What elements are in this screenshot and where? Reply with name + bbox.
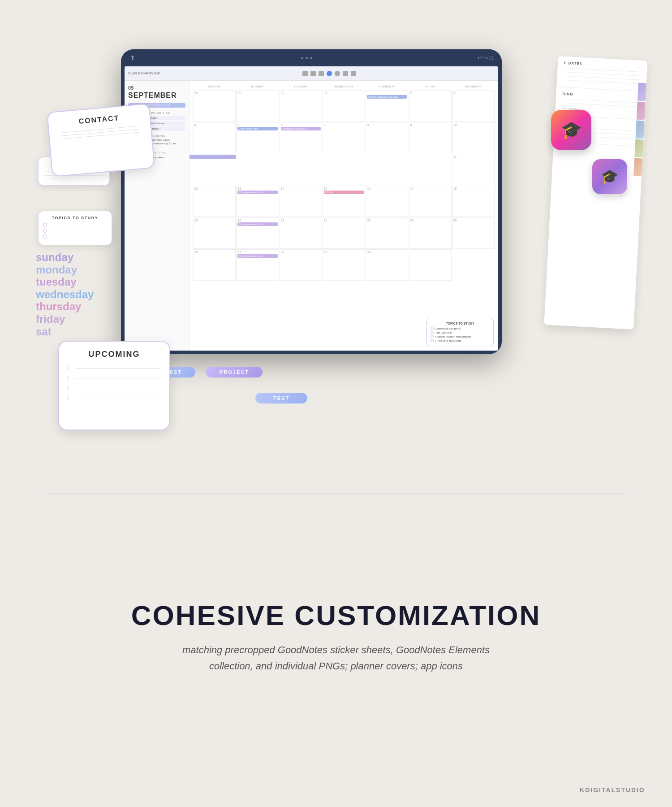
tab-4 [634, 139, 643, 157]
cal-cell: 12 [193, 186, 236, 217]
topics-check-1 [43, 223, 107, 227]
topics-check-3 [43, 234, 107, 239]
cal-cell: 24 [409, 217, 451, 249]
toolbar-icon-4 [327, 71, 332, 76]
share-icon: ⬆ [130, 54, 135, 61]
topics-item-4: HTML and JavaScript [431, 339, 490, 342]
mockup-area: E DATES DING completed DO [22, 36, 650, 430]
graduation-cap-icon-sm: 🎓 [601, 168, 619, 185]
right-panel-dates: E DATES [556, 56, 647, 91]
contact-title: CONTACT [78, 114, 120, 126]
tab-3 [635, 121, 644, 139]
upcoming-line-2: / [67, 375, 161, 381]
contact-card: CONTACT [47, 103, 155, 177]
cal-cell: 16 [366, 186, 408, 217]
days-strip: sunday monday tuesday wednesday thursday… [36, 251, 94, 338]
cal-cell: 22 [323, 217, 365, 249]
toolbar-icon-7 [351, 71, 356, 76]
cal-cell: 20 Coding exercises due [236, 217, 279, 249]
cal-cell: 17 [409, 186, 451, 217]
toolbar-icon-5 [335, 71, 340, 76]
cal-cell [409, 249, 451, 281]
main-heading: COHESIVE CUSTOMIZATION [131, 599, 541, 631]
graduation-cap-icon: 🎓 [561, 120, 582, 140]
topics-check-2 [43, 229, 107, 233]
topics-box: TOPICS TO STUDY Differential equations T… [426, 319, 494, 346]
history-banner: Work on history essay [190, 155, 236, 159]
calendar-main: SUNDAY MONDAY TUESDAY WEDNESDAY THURSDAY… [190, 81, 498, 351]
cal-cell: 3 [452, 90, 495, 121]
tablet: ⬆ ↩ ↪ □ CLASS OVERVIEW [121, 49, 502, 354]
tablet-top-bar: ⬆ ↩ ↪ □ [121, 49, 502, 66]
cal-cell-thu1: 1 History discussion post due [366, 90, 408, 121]
test-pill-2: TEST [255, 393, 307, 404]
calendar-header: SUNDAY MONDAY TUESDAY WEDNESDAY THURSDAY… [193, 84, 495, 89]
cal-cell: 4 [193, 122, 236, 153]
subtitle-text: matching precropped GoodNotes sticker sh… [179, 642, 493, 673]
toolbar-icon-3 [319, 71, 324, 76]
cal-cell: 19 [193, 217, 236, 249]
bottom-section: COHESIVE CUSTOMIZATION matching precropp… [0, 493, 672, 807]
cal-cell: 11 [452, 154, 495, 185]
cal-cell: 25 [452, 217, 495, 249]
cal-cell: 29 [236, 90, 279, 121]
history-banner-container: Work on history essay [236, 146, 451, 185]
tablet-screen: CLASS OVERVIEW 09 SEPTEMBER CLASS OV [125, 66, 498, 351]
upcoming-line-1: / [67, 365, 161, 371]
topics-item-1: Differential equations [431, 327, 490, 330]
cal-cell: 10 [452, 122, 495, 153]
topics-item-2: The Cold War [431, 331, 490, 334]
cal-cell: 30 [366, 249, 408, 281]
project-pill: PROJECT [206, 367, 263, 377]
toolbar-icon-1 [302, 71, 308, 76]
calendar-grid: 28 29 30 31 1 History discussion post du… [193, 90, 495, 281]
tablet-dots [301, 57, 312, 59]
cyberry-label: CLASS OVERVIEW [128, 71, 160, 75]
brand-name: KDIGITALSTUDIO [580, 786, 645, 794]
app-icon-small: 🎓 [592, 159, 627, 194]
tablet-toolbar: CLASS OVERVIEW [125, 66, 498, 81]
cal-cell: 14 [280, 186, 322, 217]
cal-cell: 15 ESSAY [323, 186, 365, 217]
cal-cell: 27 Coding exercises due [236, 249, 279, 281]
tab-5 [633, 158, 642, 176]
cal-cell: 31 [323, 90, 365, 121]
topics-small-card: TOPICS TO STUDY [38, 211, 112, 245]
cal-cell: 26 [193, 249, 236, 281]
cal-cell: 2 [409, 90, 451, 121]
tablet-content-area: 09 SEPTEMBER CLASS OVERVIEW TOP PRIORITI… [125, 81, 498, 351]
contact-line-3 [61, 132, 139, 139]
topics-item-3: Organic reaction mechanisms [431, 335, 490, 338]
upcoming-large-card: UPCOMING / / / / [58, 341, 170, 430]
cal-cell: 30 [280, 90, 322, 121]
toolbar-icon-2 [310, 71, 316, 76]
upcoming-line-3: / [67, 385, 161, 390]
cal-cell: 21 [280, 217, 322, 249]
tab-1 [638, 83, 646, 101]
toolbar-icon-6 [343, 71, 348, 76]
cal-cell: 18 [452, 186, 495, 217]
upcoming-line-4: / [67, 395, 161, 400]
cal-cell: 28 [280, 249, 322, 281]
cal-cell: 29 [323, 249, 365, 281]
app-icon-large: 🎓 [551, 110, 591, 150]
cal-cell: 28 [193, 90, 236, 121]
tab-2 [637, 102, 646, 120]
divider [45, 493, 627, 494]
cal-cell: 13 Coding exercises due [236, 186, 279, 217]
cal-cell: 23 [366, 217, 408, 249]
tablet-top-right: ↩ ↪ □ [478, 55, 493, 61]
